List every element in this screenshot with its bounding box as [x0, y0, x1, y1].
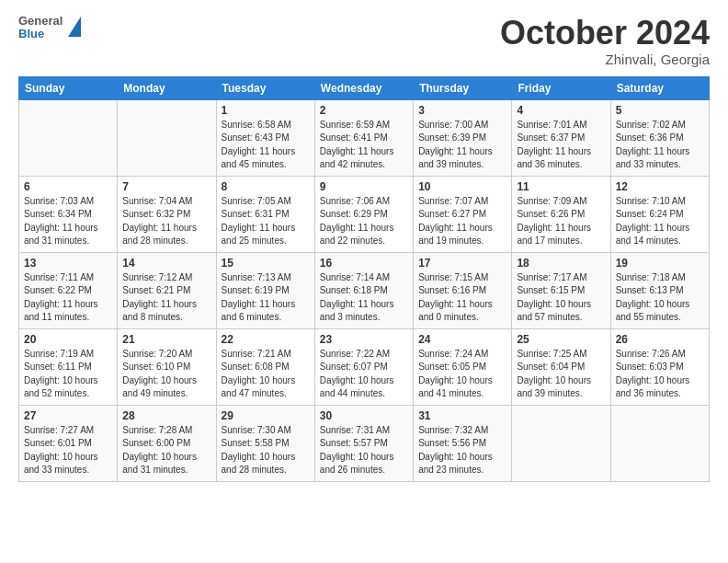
day-info: Sunrise: 7:28 AMSunset: 6:00 PMDaylight:… [122, 425, 197, 476]
day-info: Sunrise: 7:07 AMSunset: 6:27 PMDaylight:… [418, 196, 493, 247]
calendar-cell: 4 Sunrise: 7:01 AMSunset: 6:37 PMDayligh… [512, 99, 610, 176]
calendar-cell: 1 Sunrise: 6:58 AMSunset: 6:43 PMDayligh… [216, 99, 314, 176]
calendar-cell: 2 Sunrise: 6:59 AMSunset: 6:41 PMDayligh… [314, 99, 413, 176]
calendar-cell: 23 Sunrise: 7:22 AMSunset: 6:07 PMDaylig… [314, 328, 413, 405]
day-number: 30 [320, 409, 408, 422]
header-saturday: Saturday [610, 76, 709, 99]
calendar-cell: 25 Sunrise: 7:25 AMSunset: 6:04 PMDaylig… [512, 328, 610, 405]
page: General Blue October 2024 Zhinvali, Geor… [0, 0, 728, 563]
calendar-week-1: 6 Sunrise: 7:03 AMSunset: 6:34 PMDayligh… [19, 176, 710, 252]
calendar-header: Sunday Monday Tuesday Wednesday Thursday… [19, 76, 710, 99]
day-info: Sunrise: 7:03 AMSunset: 6:34 PMDaylight:… [24, 196, 98, 247]
page-title: October 2024 [500, 15, 710, 52]
logo-line2: Blue [18, 28, 63, 40]
page-subtitle: Zhinvali, Georgia [500, 52, 710, 67]
calendar-cell: 8 Sunrise: 7:05 AMSunset: 6:31 PMDayligh… [216, 176, 314, 252]
calendar-cell: 22 Sunrise: 7:21 AMSunset: 6:08 PMDaylig… [216, 328, 314, 405]
day-info: Sunrise: 7:14 AMSunset: 6:18 PMDaylight:… [320, 272, 394, 323]
day-number: 4 [517, 104, 605, 117]
header: General Blue October 2024 Zhinvali, Geor… [18, 15, 710, 67]
day-info: Sunrise: 7:12 AMSunset: 6:21 PMDaylight:… [122, 272, 197, 323]
day-info: Sunrise: 7:17 AMSunset: 6:15 PMDaylight:… [517, 272, 591, 323]
calendar-week-0: 1 Sunrise: 6:58 AMSunset: 6:43 PMDayligh… [19, 99, 710, 176]
day-number: 7 [122, 180, 210, 193]
day-info: Sunrise: 7:21 AMSunset: 6:08 PMDaylight:… [222, 349, 296, 399]
title-block: October 2024 Zhinvali, Georgia [500, 15, 710, 67]
calendar-cell: 11 Sunrise: 7:09 AMSunset: 6:26 PMDaylig… [512, 176, 610, 252]
calendar-cell: 6 Sunrise: 7:03 AMSunset: 6:34 PMDayligh… [19, 176, 118, 252]
day-info: Sunrise: 7:15 AMSunset: 6:16 PMDaylight:… [418, 272, 493, 323]
day-info: Sunrise: 7:01 AMSunset: 6:37 PMDaylight:… [517, 120, 591, 170]
day-info: Sunrise: 7:30 AMSunset: 5:58 PMDaylight:… [222, 425, 296, 476]
calendar-cell [118, 99, 216, 176]
calendar-cell: 18 Sunrise: 7:17 AMSunset: 6:15 PMDaylig… [512, 252, 610, 328]
day-number: 29 [222, 409, 310, 422]
day-number: 17 [418, 257, 506, 270]
day-number: 31 [418, 409, 506, 422]
day-number: 5 [616, 104, 704, 117]
header-tuesday: Tuesday [216, 76, 314, 99]
day-number: 16 [320, 257, 408, 270]
calendar-cell: 20 Sunrise: 7:19 AMSunset: 6:11 PMDaylig… [19, 328, 118, 405]
day-number: 22 [222, 333, 310, 346]
calendar-cell: 3 Sunrise: 7:00 AMSunset: 6:39 PMDayligh… [414, 99, 512, 176]
day-number: 18 [517, 257, 605, 270]
day-info: Sunrise: 7:05 AMSunset: 6:31 PMDaylight:… [222, 196, 296, 247]
day-info: Sunrise: 7:06 AMSunset: 6:29 PMDaylight:… [320, 196, 394, 247]
day-info: Sunrise: 7:32 AMSunset: 5:56 PMDaylight:… [418, 425, 493, 476]
logo-line1: General [18, 15, 63, 28]
weekday-row: Sunday Monday Tuesday Wednesday Thursday… [19, 76, 710, 99]
day-info: Sunrise: 6:59 AMSunset: 6:41 PMDaylight:… [320, 120, 394, 170]
calendar-week-4: 27 Sunrise: 7:27 AMSunset: 6:01 PMDaylig… [19, 405, 710, 481]
calendar-body: 1 Sunrise: 6:58 AMSunset: 6:43 PMDayligh… [19, 99, 710, 481]
day-info: Sunrise: 7:11 AMSunset: 6:22 PMDaylight:… [24, 272, 98, 323]
day-number: 19 [616, 257, 704, 270]
day-info: Sunrise: 7:00 AMSunset: 6:39 PMDaylight:… [418, 120, 493, 170]
logo-text: General Blue [18, 15, 63, 41]
header-thursday: Thursday [414, 76, 512, 99]
day-info: Sunrise: 7:20 AMSunset: 6:10 PMDaylight:… [122, 349, 197, 399]
calendar-cell: 26 Sunrise: 7:26 AMSunset: 6:03 PMDaylig… [610, 328, 709, 405]
day-number: 20 [24, 333, 112, 346]
day-number: 3 [418, 104, 506, 117]
header-monday: Monday [118, 76, 216, 99]
calendar-cell: 17 Sunrise: 7:15 AMSunset: 6:16 PMDaylig… [414, 252, 512, 328]
calendar-cell: 15 Sunrise: 7:13 AMSunset: 6:19 PMDaylig… [216, 252, 314, 328]
day-info: Sunrise: 7:09 AMSunset: 6:26 PMDaylight:… [517, 196, 591, 247]
calendar-cell: 30 Sunrise: 7:31 AMSunset: 5:57 PMDaylig… [314, 405, 413, 481]
calendar-cell: 12 Sunrise: 7:10 AMSunset: 6:24 PMDaylig… [610, 176, 709, 252]
calendar-cell: 27 Sunrise: 7:27 AMSunset: 6:01 PMDaylig… [19, 405, 118, 481]
calendar-cell: 13 Sunrise: 7:11 AMSunset: 6:22 PMDaylig… [19, 252, 118, 328]
day-number: 25 [517, 333, 605, 346]
calendar-cell: 29 Sunrise: 7:30 AMSunset: 5:58 PMDaylig… [216, 405, 314, 481]
header-wednesday: Wednesday [314, 76, 413, 99]
day-number: 9 [320, 180, 408, 193]
calendar-week-3: 20 Sunrise: 7:19 AMSunset: 6:11 PMDaylig… [19, 328, 710, 405]
day-number: 21 [122, 333, 210, 346]
day-number: 15 [222, 257, 310, 270]
calendar-cell: 28 Sunrise: 7:28 AMSunset: 6:00 PMDaylig… [118, 405, 216, 481]
calendar-cell: 9 Sunrise: 7:06 AMSunset: 6:29 PMDayligh… [314, 176, 413, 252]
calendar-cell [19, 99, 118, 176]
calendar-cell [512, 405, 610, 481]
day-info: Sunrise: 7:27 AMSunset: 6:01 PMDaylight:… [24, 425, 98, 476]
day-info: Sunrise: 7:02 AMSunset: 6:36 PMDaylight:… [616, 120, 690, 170]
logo: General Blue [18, 15, 81, 41]
day-number: 27 [24, 409, 112, 422]
day-number: 1 [222, 104, 310, 117]
day-number: 14 [122, 257, 210, 270]
day-info: Sunrise: 7:26 AMSunset: 6:03 PMDaylight:… [616, 349, 690, 399]
day-info: Sunrise: 7:25 AMSunset: 6:04 PMDaylight:… [517, 349, 591, 399]
day-number: 2 [320, 104, 408, 117]
day-info: Sunrise: 7:22 AMSunset: 6:07 PMDaylight:… [320, 349, 394, 399]
day-info: Sunrise: 7:24 AMSunset: 6:05 PMDaylight:… [418, 349, 493, 399]
logo-triangle-icon [68, 17, 81, 37]
day-info: Sunrise: 7:18 AMSunset: 6:13 PMDaylight:… [616, 272, 690, 323]
calendar-week-2: 13 Sunrise: 7:11 AMSunset: 6:22 PMDaylig… [19, 252, 710, 328]
day-number: 23 [320, 333, 408, 346]
day-number: 28 [122, 409, 210, 422]
calendar-cell: 5 Sunrise: 7:02 AMSunset: 6:36 PMDayligh… [610, 99, 709, 176]
day-number: 12 [616, 180, 704, 193]
day-info: Sunrise: 7:19 AMSunset: 6:11 PMDaylight:… [24, 349, 98, 399]
calendar-cell: 31 Sunrise: 7:32 AMSunset: 5:56 PMDaylig… [414, 405, 512, 481]
